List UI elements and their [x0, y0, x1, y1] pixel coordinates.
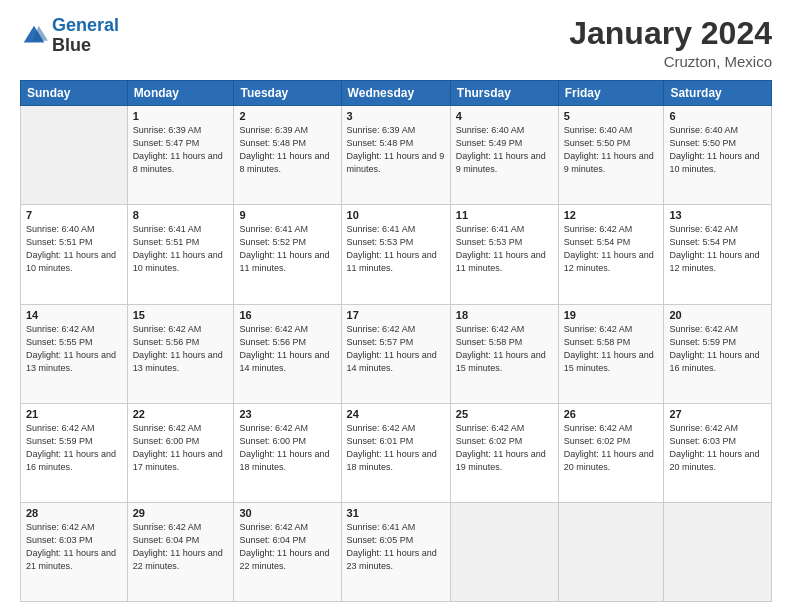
day-info: Sunrise: 6:42 AMSunset: 5:54 PMDaylight:…: [669, 223, 766, 275]
day-number: 18: [456, 309, 553, 321]
day-info: Sunrise: 6:41 AMSunset: 6:05 PMDaylight:…: [347, 521, 445, 573]
table-row: 9 Sunrise: 6:41 AMSunset: 5:52 PMDayligh…: [234, 205, 341, 304]
table-row: 31 Sunrise: 6:41 AMSunset: 6:05 PMDaylig…: [341, 502, 450, 601]
header-saturday: Saturday: [664, 81, 772, 106]
day-number: 7: [26, 209, 122, 221]
table-row: 10 Sunrise: 6:41 AMSunset: 5:53 PMDaylig…: [341, 205, 450, 304]
calendar-table: Sunday Monday Tuesday Wednesday Thursday…: [20, 80, 772, 602]
table-row: [558, 502, 664, 601]
table-row: 3 Sunrise: 6:39 AMSunset: 5:48 PMDayligh…: [341, 106, 450, 205]
table-row: 2 Sunrise: 6:39 AMSunset: 5:48 PMDayligh…: [234, 106, 341, 205]
day-number: 13: [669, 209, 766, 221]
day-info: Sunrise: 6:42 AMSunset: 5:55 PMDaylight:…: [26, 323, 122, 375]
day-number: 21: [26, 408, 122, 420]
table-row: 16 Sunrise: 6:42 AMSunset: 5:56 PMDaylig…: [234, 304, 341, 403]
day-info: Sunrise: 6:40 AMSunset: 5:51 PMDaylight:…: [26, 223, 122, 275]
table-row: 12 Sunrise: 6:42 AMSunset: 5:54 PMDaylig…: [558, 205, 664, 304]
table-row: 5 Sunrise: 6:40 AMSunset: 5:50 PMDayligh…: [558, 106, 664, 205]
day-number: 4: [456, 110, 553, 122]
day-number: 11: [456, 209, 553, 221]
day-number: 19: [564, 309, 659, 321]
calendar-week-row: 21 Sunrise: 6:42 AMSunset: 5:59 PMDaylig…: [21, 403, 772, 502]
table-row: [21, 106, 128, 205]
day-info: Sunrise: 6:42 AMSunset: 6:00 PMDaylight:…: [239, 422, 335, 474]
day-info: Sunrise: 6:40 AMSunset: 5:50 PMDaylight:…: [564, 124, 659, 176]
header-tuesday: Tuesday: [234, 81, 341, 106]
day-number: 10: [347, 209, 445, 221]
day-info: Sunrise: 6:39 AMSunset: 5:47 PMDaylight:…: [133, 124, 229, 176]
day-number: 16: [239, 309, 335, 321]
day-number: 30: [239, 507, 335, 519]
header-thursday: Thursday: [450, 81, 558, 106]
title-area: January 2024 Cruzton, Mexico: [569, 16, 772, 70]
day-info: Sunrise: 6:41 AMSunset: 5:51 PMDaylight:…: [133, 223, 229, 275]
table-row: 4 Sunrise: 6:40 AMSunset: 5:49 PMDayligh…: [450, 106, 558, 205]
location: Cruzton, Mexico: [569, 53, 772, 70]
table-row: 29 Sunrise: 6:42 AMSunset: 6:04 PMDaylig…: [127, 502, 234, 601]
day-number: 17: [347, 309, 445, 321]
day-info: Sunrise: 6:40 AMSunset: 5:50 PMDaylight:…: [669, 124, 766, 176]
day-info: Sunrise: 6:42 AMSunset: 5:57 PMDaylight:…: [347, 323, 445, 375]
header-friday: Friday: [558, 81, 664, 106]
day-number: 5: [564, 110, 659, 122]
day-info: Sunrise: 6:42 AMSunset: 6:01 PMDaylight:…: [347, 422, 445, 474]
page: General Blue January 2024 Cruzton, Mexic…: [0, 0, 792, 612]
day-info: Sunrise: 6:41 AMSunset: 5:53 PMDaylight:…: [347, 223, 445, 275]
day-info: Sunrise: 6:42 AMSunset: 5:59 PMDaylight:…: [669, 323, 766, 375]
table-row: 17 Sunrise: 6:42 AMSunset: 5:57 PMDaylig…: [341, 304, 450, 403]
calendar-week-row: 7 Sunrise: 6:40 AMSunset: 5:51 PMDayligh…: [21, 205, 772, 304]
calendar-week-row: 28 Sunrise: 6:42 AMSunset: 6:03 PMDaylig…: [21, 502, 772, 601]
day-info: Sunrise: 6:42 AMSunset: 6:04 PMDaylight:…: [133, 521, 229, 573]
table-row: 22 Sunrise: 6:42 AMSunset: 6:00 PMDaylig…: [127, 403, 234, 502]
header-sunday: Sunday: [21, 81, 128, 106]
table-row: [664, 502, 772, 601]
day-number: 15: [133, 309, 229, 321]
header: General Blue January 2024 Cruzton, Mexic…: [20, 16, 772, 70]
calendar-week-row: 14 Sunrise: 6:42 AMSunset: 5:55 PMDaylig…: [21, 304, 772, 403]
table-row: 30 Sunrise: 6:42 AMSunset: 6:04 PMDaylig…: [234, 502, 341, 601]
day-info: Sunrise: 6:42 AMSunset: 5:58 PMDaylight:…: [456, 323, 553, 375]
day-info: Sunrise: 6:42 AMSunset: 6:03 PMDaylight:…: [669, 422, 766, 474]
day-info: Sunrise: 6:42 AMSunset: 6:04 PMDaylight:…: [239, 521, 335, 573]
month-title: January 2024: [569, 16, 772, 51]
header-wednesday: Wednesday: [341, 81, 450, 106]
day-number: 25: [456, 408, 553, 420]
day-number: 26: [564, 408, 659, 420]
day-number: 14: [26, 309, 122, 321]
table-row: 26 Sunrise: 6:42 AMSunset: 6:02 PMDaylig…: [558, 403, 664, 502]
day-number: 1: [133, 110, 229, 122]
day-info: Sunrise: 6:41 AMSunset: 5:53 PMDaylight:…: [456, 223, 553, 275]
day-info: Sunrise: 6:42 AMSunset: 5:54 PMDaylight:…: [564, 223, 659, 275]
table-row: 23 Sunrise: 6:42 AMSunset: 6:00 PMDaylig…: [234, 403, 341, 502]
day-info: Sunrise: 6:42 AMSunset: 5:56 PMDaylight:…: [239, 323, 335, 375]
day-number: 23: [239, 408, 335, 420]
day-number: 3: [347, 110, 445, 122]
table-row: 8 Sunrise: 6:41 AMSunset: 5:51 PMDayligh…: [127, 205, 234, 304]
day-info: Sunrise: 6:42 AMSunset: 6:03 PMDaylight:…: [26, 521, 122, 573]
table-row: 15 Sunrise: 6:42 AMSunset: 5:56 PMDaylig…: [127, 304, 234, 403]
day-number: 6: [669, 110, 766, 122]
table-row: 19 Sunrise: 6:42 AMSunset: 5:58 PMDaylig…: [558, 304, 664, 403]
table-row: 27 Sunrise: 6:42 AMSunset: 6:03 PMDaylig…: [664, 403, 772, 502]
day-info: Sunrise: 6:42 AMSunset: 6:00 PMDaylight:…: [133, 422, 229, 474]
table-row: 6 Sunrise: 6:40 AMSunset: 5:50 PMDayligh…: [664, 106, 772, 205]
table-row: [450, 502, 558, 601]
table-row: 13 Sunrise: 6:42 AMSunset: 5:54 PMDaylig…: [664, 205, 772, 304]
day-number: 31: [347, 507, 445, 519]
day-number: 12: [564, 209, 659, 221]
day-info: Sunrise: 6:42 AMSunset: 5:56 PMDaylight:…: [133, 323, 229, 375]
table-row: 18 Sunrise: 6:42 AMSunset: 5:58 PMDaylig…: [450, 304, 558, 403]
table-row: 28 Sunrise: 6:42 AMSunset: 6:03 PMDaylig…: [21, 502, 128, 601]
calendar-week-row: 1 Sunrise: 6:39 AMSunset: 5:47 PMDayligh…: [21, 106, 772, 205]
day-number: 29: [133, 507, 229, 519]
day-number: 8: [133, 209, 229, 221]
calendar-header-row: Sunday Monday Tuesday Wednesday Thursday…: [21, 81, 772, 106]
table-row: 24 Sunrise: 6:42 AMSunset: 6:01 PMDaylig…: [341, 403, 450, 502]
day-info: Sunrise: 6:42 AMSunset: 6:02 PMDaylight:…: [456, 422, 553, 474]
logo-icon: [20, 22, 48, 50]
day-info: Sunrise: 6:42 AMSunset: 5:59 PMDaylight:…: [26, 422, 122, 474]
day-info: Sunrise: 6:40 AMSunset: 5:49 PMDaylight:…: [456, 124, 553, 176]
table-row: 20 Sunrise: 6:42 AMSunset: 5:59 PMDaylig…: [664, 304, 772, 403]
table-row: 1 Sunrise: 6:39 AMSunset: 5:47 PMDayligh…: [127, 106, 234, 205]
day-info: Sunrise: 6:39 AMSunset: 5:48 PMDaylight:…: [347, 124, 445, 176]
